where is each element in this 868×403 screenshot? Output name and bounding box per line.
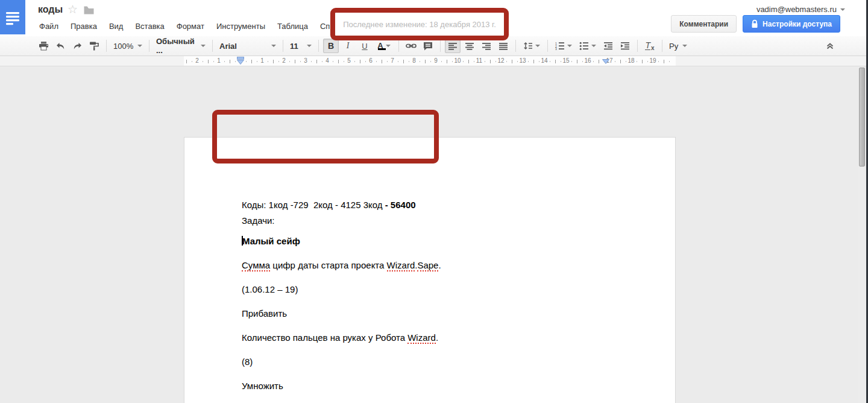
collapse-toolbar-button[interactable]	[822, 39, 838, 53]
chevron-down-icon	[840, 8, 845, 11]
text-run: цифр даты старта проекта	[270, 260, 386, 270]
document-title[interactable]: коды	[38, 4, 63, 15]
right-indent-marker[interactable]	[602, 59, 609, 65]
ruler-tick	[452, 61, 453, 62]
document-page[interactable]: Коды: 1код -729 2код - 4125 3код - 56400…	[184, 137, 676, 403]
toolbar-separator	[283, 40, 283, 52]
ruler-tick	[289, 61, 290, 62]
ruler-number: 15	[562, 57, 569, 64]
ruler-tick	[268, 61, 268, 62]
ruler-tick	[409, 61, 409, 62]
line-spacing-button[interactable]	[520, 39, 543, 53]
align-justify-button[interactable]	[495, 39, 511, 53]
ruler-tick	[658, 61, 659, 62]
ruler-tick	[647, 61, 648, 62]
menu-item-insert[interactable]: Вставка	[129, 21, 170, 32]
ruler-tick	[582, 61, 583, 62]
chevron-down-icon	[682, 45, 687, 47]
menu-item-format[interactable]: Формат	[171, 21, 210, 32]
align-center-button[interactable]	[462, 39, 477, 53]
ruler-tick	[642, 60, 643, 63]
clear-formatting-x: x	[651, 45, 655, 51]
ruler-tick	[430, 61, 431, 62]
document-area: Коды: 1код -729 2код - 4125 3код - 56400…	[0, 66, 868, 403]
font-select[interactable]: Arial	[216, 39, 279, 53]
insert-link-button[interactable]	[403, 39, 419, 53]
menu-item-file[interactable]: Файл	[33, 21, 64, 32]
zoom-value: 100%	[113, 42, 133, 51]
text-run: Wizard	[407, 332, 436, 344]
ruler-tick	[571, 61, 572, 62]
folder-icon[interactable]	[84, 6, 94, 14]
ruler-tick	[186, 60, 187, 63]
ruler-tick	[208, 60, 209, 63]
paragraph-op-multiply: Умножить	[242, 378, 634, 394]
share-button-label: Настройки доступа	[763, 20, 832, 28]
toolbar-separator	[318, 40, 319, 52]
last-edit-note[interactable]: Последнее изменение: 18 декабря 2013 г.	[343, 20, 496, 29]
text-color-button[interactable]: A	[374, 39, 394, 53]
text-run: Количество пальцев на руках у Робота	[242, 332, 407, 343]
toolbar-separator	[212, 40, 213, 52]
ruler-tick	[495, 61, 496, 62]
text-run: Прибавить	[242, 308, 287, 319]
redo-button[interactable]	[69, 39, 85, 53]
comments-button-label: Комментарии	[679, 20, 728, 28]
align-left-button[interactable]	[445, 39, 461, 53]
chevron-down-icon	[307, 45, 312, 47]
print-button[interactable]	[36, 39, 51, 53]
text-run: Коды: 1код -729 2код - 4125 3код	[242, 200, 385, 210]
docs-logo-icon[interactable]	[0, 0, 25, 34]
ruler: 2112345678910111213141516171819	[0, 56, 868, 66]
google-docs-window: коды ☆ ФайлПравкаВидВставкаФорматИнструм…	[0, 0, 868, 403]
paragraph-styles-select[interactable]: Обычный ...	[153, 39, 209, 53]
zoom-select[interactable]: 100%	[110, 39, 145, 53]
input-tools-button[interactable]: Ру	[666, 39, 690, 53]
ruler-tick	[213, 61, 214, 62]
paragraph-hint-2: Количество пальцев на руках у Робота Wiz…	[242, 330, 634, 346]
decrease-indent-button[interactable]	[600, 39, 616, 53]
star-icon[interactable]: ☆	[68, 2, 78, 16]
share-button[interactable]: Настройки доступа	[743, 15, 840, 33]
underline-button[interactable]: U	[357, 39, 373, 53]
undo-button[interactable]	[52, 39, 68, 53]
bold-button[interactable]: B	[323, 39, 339, 53]
vertical-scrollbar[interactable]	[858, 67, 866, 403]
ruler-number: 7	[391, 57, 394, 64]
paint-format-button[interactable]	[86, 39, 102, 53]
left-indent-marker[interactable]	[237, 57, 244, 66]
menu-bar: ФайлПравкаВидВставкаФорматИнструментыТаб…	[33, 21, 357, 32]
bullet-list-button[interactable]	[576, 39, 599, 53]
menu-item-tools[interactable]: Инструменты	[210, 21, 271, 32]
ruler-tick	[295, 60, 295, 63]
ruler-tick	[539, 61, 539, 62]
menu-item-table[interactable]: Таблица	[271, 21, 314, 32]
ruler-tick	[425, 60, 426, 63]
account-menu[interactable]: vadim@webmasters.ru	[756, 5, 845, 14]
text-run: Малый сейф	[242, 236, 300, 246]
ruler-tick	[338, 60, 339, 63]
ruler-number: 16	[584, 57, 591, 64]
ruler-tick	[203, 61, 203, 62]
scrollbar-thumb[interactable]	[859, 68, 865, 167]
ruler-tick	[512, 60, 512, 63]
underline-label: U	[362, 42, 367, 51]
ruler-number: 12	[497, 57, 504, 64]
text-run: Sape	[417, 260, 438, 271]
toolbar-separator	[106, 40, 107, 52]
menu-item-edit[interactable]: Правка	[64, 21, 103, 32]
ruler-tick	[485, 61, 485, 62]
text-run: - 56400	[385, 200, 416, 210]
ruler-number: 6	[369, 57, 373, 64]
increase-indent-button[interactable]	[617, 39, 633, 53]
ruler-tick	[474, 61, 474, 62]
clear-formatting-button[interactable]: T x	[642, 39, 658, 53]
menu-item-view[interactable]: Вид	[103, 21, 130, 32]
font-size-select[interactable]: 11	[287, 39, 315, 53]
account-email: vadim@webmasters.ru	[756, 5, 837, 14]
italic-button[interactable]: I	[340, 39, 356, 53]
insert-comment-button[interactable]	[420, 39, 436, 53]
align-right-button[interactable]	[479, 39, 494, 53]
comments-button[interactable]: Комментарии	[671, 15, 737, 33]
numbered-list-button[interactable]: 123	[552, 39, 575, 53]
